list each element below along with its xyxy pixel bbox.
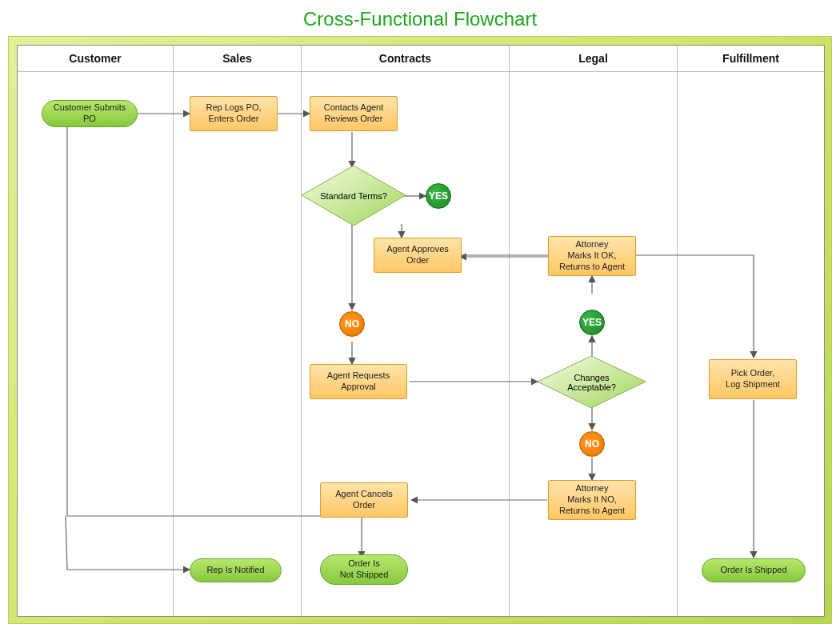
marker-label: NO [585, 438, 599, 450]
chart-area: Customer Sales Contracts Legal Fulfillme… [17, 45, 825, 617]
node-changes-acceptable: ChangesAcceptable? [538, 356, 646, 408]
node-label: Agent CancelsOrder [335, 489, 393, 511]
node-label: Agent ApprovesOrder [386, 244, 449, 266]
marker-yes-2: YES [579, 310, 605, 335]
node-rep-logs: Rep Logs PO,Enters Order [190, 96, 278, 131]
lane-header-sales: Sales [174, 46, 301, 72]
node-label: AttorneyMarks It NO,Returns to Agent [559, 483, 625, 516]
node-label: Order IsNot Shipped [340, 558, 389, 581]
node-order-shipped: Order Is Shipped [702, 558, 806, 582]
node-order-not-shipped: Order IsNot Shipped [320, 554, 408, 585]
lane-header-fulfillment: Fulfillment [678, 46, 824, 72]
node-agent-requests: Agent RequestsApproval [310, 364, 407, 399]
node-label: Order Is Shipped [720, 565, 786, 576]
node-label: Contacts AgentReviews Order [324, 102, 384, 125]
marker-yes-1: YES [426, 183, 451, 209]
lane-customer: Customer [18, 46, 174, 616]
node-label: AttorneyMarks It OK,Returns to Agent [559, 239, 625, 272]
node-label: Customer SubmitsPO [54, 102, 126, 125]
diagram-root: Cross-Functional Flowchart Customer Sale… [0, 0, 840, 632]
chart-title: Cross-Functional Flowchart [0, 0, 840, 30]
node-standard-terms: Standard Terms? [302, 166, 406, 226]
marker-label: NO [345, 318, 359, 330]
node-agent-approves: Agent ApprovesOrder [374, 238, 462, 273]
node-pick-order: Pick Order,Log Shipment [709, 359, 797, 399]
node-label: Rep Is Notified [206, 565, 264, 576]
lane-fulfillment: Fulfillment [678, 46, 824, 616]
lane-header-legal: Legal [510, 46, 677, 72]
node-attorney-ok: AttorneyMarks It OK,Returns to Agent [548, 236, 636, 276]
node-rep-notified: Rep Is Notified [190, 558, 282, 582]
node-customer-submits: Customer SubmitsPO [42, 100, 138, 127]
node-attorney-no: AttorneyMarks It NO,Returns to Agent [548, 480, 636, 520]
node-label: Agent RequestsApproval [327, 370, 390, 393]
node-label: Standard Terms? [302, 166, 406, 226]
marker-no-2: NO [579, 431, 605, 457]
node-contacts-agent: Contacts AgentReviews Order [310, 96, 398, 131]
lane-header-customer: Customer [18, 46, 173, 72]
node-label: ChangesAcceptable? [538, 356, 646, 408]
node-label: Rep Logs PO,Enters Order [206, 102, 261, 125]
marker-no-1: NO [339, 311, 365, 337]
swimlanes: Customer Sales Contracts Legal Fulfillme… [18, 46, 824, 616]
node-label: Pick Order,Log Shipment [726, 368, 780, 390]
gradient-frame: Customer Sales Contracts Legal Fulfillme… [8, 36, 832, 624]
marker-label: YES [429, 190, 448, 202]
node-agent-cancels: Agent CancelsOrder [320, 482, 408, 518]
lane-header-contracts: Contracts [302, 46, 509, 72]
marker-label: YES [582, 317, 602, 329]
